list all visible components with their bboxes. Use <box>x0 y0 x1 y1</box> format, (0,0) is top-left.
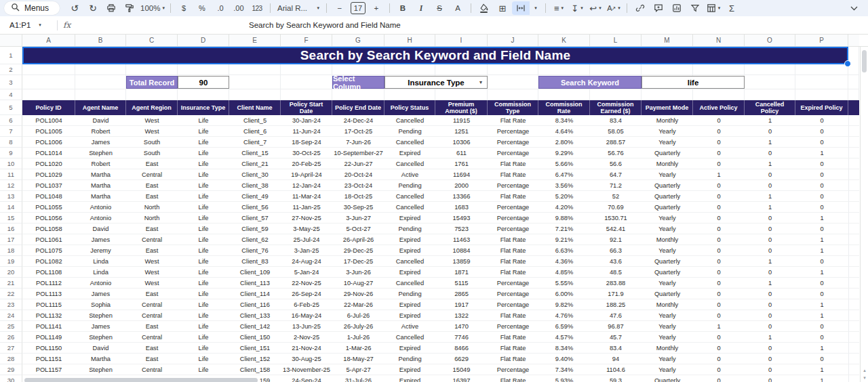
cell[interactable]: 24-Aug-24 <box>281 256 332 267</box>
table-header-cell[interactable]: Agent Name <box>75 100 126 115</box>
cell[interactable]: 0 <box>693 115 745 126</box>
cell[interactable]: 1761 <box>435 158 488 169</box>
cell[interactable]: 6-Jul-26 <box>332 310 384 321</box>
cell[interactable]: 2000 <box>435 180 488 191</box>
fill-color-button[interactable] <box>475 1 493 15</box>
cell[interactable]: 18-May-27 <box>332 354 384 364</box>
cell[interactable]: 5-Jan-24 <box>281 267 332 278</box>
cell[interactable]: 9.88% <box>538 213 590 224</box>
cell[interactable]: South <box>126 148 178 158</box>
cell[interactable]: Client_114 <box>229 289 281 299</box>
cell[interactable]: 4.64% <box>538 126 590 137</box>
cell[interactable]: Yearly <box>642 224 693 234</box>
cell[interactable]: Expired <box>384 213 435 224</box>
cell[interactable] <box>848 75 859 89</box>
redo-button[interactable]: ↻ <box>84 1 102 15</box>
cell[interactable]: 56.6 <box>590 158 642 169</box>
cell[interactable]: Yearly <box>642 126 693 137</box>
cell[interactable]: Client_109 <box>229 267 281 278</box>
table-header-cell[interactable]: Policy Start Date <box>281 100 332 115</box>
cell[interactable]: 30-Oct-25 <box>281 148 332 158</box>
cell[interactable] <box>229 89 281 100</box>
row-number[interactable]: 12 <box>0 180 22 191</box>
cell[interactable]: Stephen <box>75 332 126 343</box>
cell[interactable]: 30-Aug-25 <box>281 354 332 364</box>
table-header-cell[interactable]: Policy ID <box>22 100 75 115</box>
cell[interactable]: Client_133 <box>229 310 281 321</box>
cell[interactable]: Flat Rate <box>488 245 538 256</box>
cell[interactable]: Client_5 <box>229 115 281 126</box>
cell[interactable]: Cancelled <box>384 115 435 126</box>
cell[interactable]: POL1006 <box>22 137 75 148</box>
cell[interactable] <box>538 89 590 100</box>
cell[interactable]: 70.69 <box>590 202 642 213</box>
cell[interactable]: Life <box>178 191 229 202</box>
cell[interactable]: 22-Nov-25 <box>281 278 332 289</box>
cell[interactable]: Yearly <box>642 213 693 224</box>
column-header-J[interactable]: J <box>488 35 538 46</box>
cell[interactable]: 0 <box>693 256 745 267</box>
cell[interactable]: 47.6 <box>590 310 642 321</box>
cell[interactable]: Life <box>178 169 229 180</box>
cell[interactable]: Flat Rate <box>488 169 538 180</box>
bold-button[interactable]: B <box>394 1 412 15</box>
functions-button[interactable]: Σ <box>723 1 741 15</box>
cell[interactable]: Client_151 <box>229 343 281 354</box>
cell[interactable]: Percentage <box>488 213 538 224</box>
font-select[interactable]: Arial R...▾ <box>275 1 322 15</box>
cell[interactable]: 6-Feb-25 <box>281 299 332 310</box>
cell[interactable]: POL1029 <box>22 169 75 180</box>
cell[interactable]: 16397 <box>435 375 488 382</box>
cell[interactable]: 4.57% <box>538 332 590 343</box>
table-header-cell[interactable]: Commission Type <box>488 100 538 115</box>
print-button[interactable] <box>102 1 120 15</box>
column-header-F[interactable]: F <box>281 35 332 46</box>
row-number[interactable]: 24 <box>0 310 22 321</box>
cell[interactable]: 0 <box>693 191 745 202</box>
cell[interactable]: Life <box>178 343 229 354</box>
cell[interactable]: 1251 <box>435 126 488 137</box>
row-number[interactable]: 29 <box>0 364 22 375</box>
cell[interactable]: 94 <box>590 354 642 364</box>
cell[interactable]: West <box>126 126 178 137</box>
strikethrough-button[interactable]: S <box>431 1 448 15</box>
cell[interactable] <box>693 64 745 75</box>
cell[interactable]: 0 <box>795 256 848 267</box>
cell[interactable]: 542.41 <box>590 224 642 234</box>
vertical-scrollbar[interactable]: ▴ ▾ <box>860 47 868 382</box>
cell[interactable]: 188.25 <box>590 299 642 310</box>
cell[interactable]: 0 <box>693 354 745 364</box>
table-header-cell[interactable]: Policy End Date <box>332 100 384 115</box>
cell[interactable]: Monthly <box>642 299 693 310</box>
cell[interactable]: East <box>126 289 178 299</box>
cell[interactable]: Monthly <box>642 234 693 245</box>
cell[interactable]: 26-July-26 <box>332 321 384 332</box>
column-header-E[interactable]: E <box>229 35 281 46</box>
cell[interactable] <box>848 158 859 169</box>
cell[interactable]: 1 <box>795 234 848 245</box>
cell[interactable]: Martha <box>75 180 126 191</box>
cell[interactable]: 0 <box>693 299 745 310</box>
cell[interactable] <box>745 75 795 89</box>
cell[interactable]: 1 <box>795 148 848 158</box>
cell[interactable]: Expired <box>384 299 435 310</box>
cell[interactable]: Sophia <box>75 299 126 310</box>
cell[interactable]: West <box>126 267 178 278</box>
cell[interactable]: Life <box>178 158 229 169</box>
cell[interactable]: 4.36% <box>538 256 590 267</box>
cell[interactable]: 1104.6 <box>590 364 642 375</box>
cell[interactable]: 0 <box>693 289 745 299</box>
cell[interactable]: Life <box>178 148 229 158</box>
row-number[interactable]: 20 <box>0 267 22 278</box>
cell[interactable]: Linda <box>75 256 126 267</box>
column-header-K[interactable]: K <box>538 35 590 46</box>
cell[interactable]: 3-Jun-27 <box>332 213 384 224</box>
cell[interactable]: 17-Dec-25 <box>332 256 384 267</box>
cell[interactable]: 7523 <box>435 224 488 234</box>
cell[interactable]: Pending <box>384 180 435 191</box>
cell[interactable] <box>848 148 859 158</box>
cell[interactable]: Life <box>178 299 229 310</box>
cell[interactable]: POL1005 <box>22 126 75 137</box>
cell[interactable] <box>848 234 859 245</box>
cell[interactable]: David <box>75 115 126 126</box>
